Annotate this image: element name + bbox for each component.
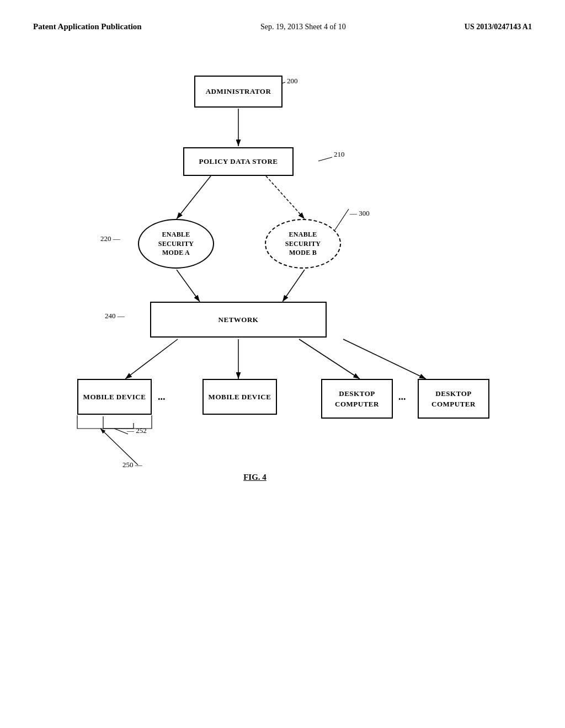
header-center: Sep. 19, 2013 Sheet 4 of 10 (260, 23, 346, 31)
desktop-computer-2-box: DESKTOP COMPUTER (418, 379, 489, 419)
enable-security-mode-a-label: ENABLE SECURITY MODE A (158, 230, 194, 258)
ref-240: 240 — (105, 312, 125, 320)
page: Patent Application Publication Sep. 19, … (0, 0, 565, 728)
svg-line-2 (177, 176, 211, 219)
desktop-computer-1-label: DESKTOP COMPUTER (335, 388, 379, 410)
mobile-device-1-label: MOBILE DEVICE (83, 393, 146, 402)
ref-250: 250 — (122, 461, 142, 469)
policy-data-store-label: POLICY DATA STORE (199, 157, 278, 166)
mobile-device-2-box: MOBILE DEVICE (202, 379, 277, 415)
ellipsis-mobile: ... (158, 391, 166, 403)
ref-200: 200 (287, 77, 298, 85)
svg-line-4 (177, 270, 200, 302)
svg-line-3 (266, 176, 305, 219)
desktop-computer-1-box: DESKTOP COMPUTER (321, 379, 393, 419)
ref-300: — 300 (350, 209, 370, 218)
diagram-area: ADMINISTRATOR 200 POLICY DATA STORE 210 … (67, 65, 498, 561)
mobile-device-1-box: MOBILE DEVICE (77, 379, 152, 415)
ellipsis-desktop: ... (398, 391, 406, 403)
administrator-box: ADMINISTRATOR (194, 76, 282, 108)
policy-data-store-box: POLICY DATA STORE (183, 147, 294, 176)
svg-line-11 (318, 157, 332, 161)
mobile-device-2-label: MOBILE DEVICE (209, 393, 271, 402)
svg-line-16 (114, 429, 128, 434)
svg-line-12 (335, 209, 349, 230)
enable-security-mode-a-box: ENABLE SECURITY MODE A (138, 219, 214, 269)
enable-security-mode-b-box: ENABLE SECURITY MODE B (265, 219, 341, 269)
svg-line-8 (299, 339, 360, 379)
ref-210: 210 (334, 150, 345, 159)
desktop-computer-2-label: DESKTOP COMPUTER (431, 388, 476, 410)
header-left: Patent Application Publication (33, 22, 142, 31)
ref-220: 220 — (100, 234, 120, 243)
network-box: NETWORK (150, 302, 327, 338)
figure-caption: FIG. 4 (200, 473, 310, 482)
header-right: US 2013/0247143 A1 (465, 23, 532, 31)
enable-security-mode-b-label: ENABLE SECURITY MODE B (285, 230, 321, 258)
svg-line-6 (125, 339, 178, 379)
svg-line-5 (282, 270, 305, 302)
administrator-label: ADMINISTRATOR (206, 87, 271, 96)
ref-252: — 252 (127, 426, 147, 435)
svg-line-9 (343, 339, 426, 379)
page-header: Patent Application Publication Sep. 19, … (33, 22, 532, 31)
network-label: NETWORK (218, 315, 259, 324)
